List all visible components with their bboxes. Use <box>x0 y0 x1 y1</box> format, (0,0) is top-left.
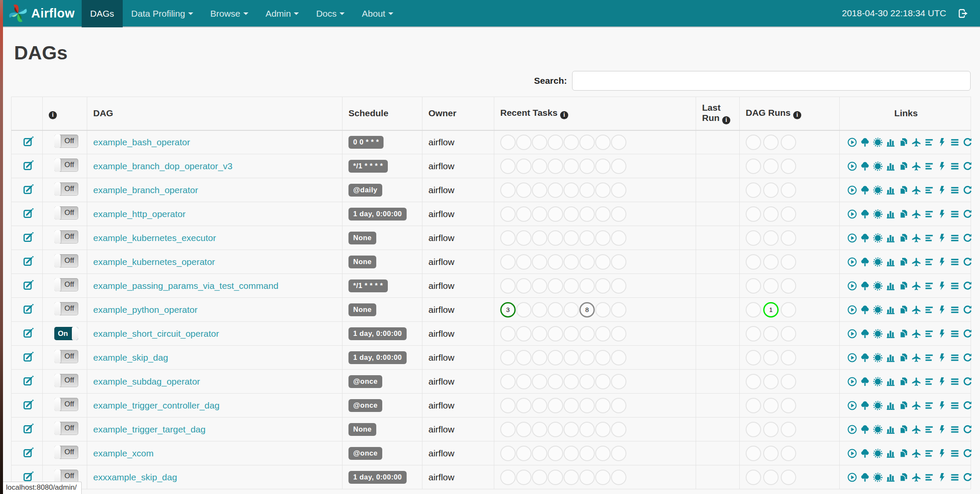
logs-link[interactable] <box>950 353 960 363</box>
graph-view-link[interactable] <box>873 400 883 411</box>
refresh-link[interactable] <box>962 233 973 243</box>
trigger-dag-link[interactable] <box>847 472 857 482</box>
landing-times-link[interactable] <box>911 305 921 315</box>
task-duration-link[interactable] <box>886 185 896 195</box>
landing-times-link[interactable] <box>911 376 921 387</box>
dag-pause-toggle[interactable]: On <box>54 327 78 340</box>
trigger-dag-link[interactable] <box>847 281 857 291</box>
logs-link[interactable] <box>950 257 960 267</box>
task-tries-link[interactable] <box>898 448 909 459</box>
logs-link[interactable] <box>950 185 960 195</box>
task-tries-link[interactable] <box>898 281 909 291</box>
task-duration-link[interactable] <box>886 305 896 315</box>
task-duration-link[interactable] <box>886 472 896 482</box>
refresh-link[interactable] <box>962 376 973 387</box>
trigger-dag-link[interactable] <box>847 376 857 387</box>
search-input[interactable] <box>572 71 971 91</box>
dag-name-link[interactable]: example_branch_operator <box>93 185 198 195</box>
dag-edit-link[interactable] <box>23 351 34 362</box>
landing-times-link[interactable] <box>911 353 921 363</box>
logs-link[interactable] <box>950 209 960 219</box>
code-view-link[interactable] <box>937 448 947 459</box>
task-tries-link[interactable] <box>898 400 909 411</box>
graph-view-link[interactable] <box>873 472 883 482</box>
refresh-link[interactable] <box>962 329 973 339</box>
dag-pause-toggle[interactable]: Off <box>54 159 78 172</box>
dag-edit-link[interactable] <box>23 447 34 458</box>
dag-name-link[interactable]: example_trigger_controller_dag <box>93 400 219 410</box>
dag-name-link[interactable]: example_subdag_operator <box>93 376 200 386</box>
trigger-dag-link[interactable] <box>847 137 857 147</box>
task-tries-link[interactable] <box>898 209 909 219</box>
tree-view-link[interactable] <box>860 376 870 387</box>
trigger-dag-link[interactable] <box>847 448 857 459</box>
nav-link-docs[interactable]: Docs <box>307 0 353 27</box>
logs-link[interactable] <box>950 161 960 171</box>
dag-name-link[interactable]: example_passing_params_via_test_command <box>93 281 278 291</box>
tree-view-link[interactable] <box>860 353 870 363</box>
refresh-link[interactable] <box>962 353 973 363</box>
task-state-circle-queued[interactable]: 8 <box>579 302 595 318</box>
gantt-view-link[interactable] <box>924 281 934 291</box>
code-view-link[interactable] <box>937 329 947 339</box>
nav-link-dags[interactable]: DAGs <box>82 0 123 27</box>
trigger-dag-link[interactable] <box>847 209 857 219</box>
nav-link-browse[interactable]: Browse <box>202 0 257 27</box>
refresh-link[interactable] <box>962 424 973 435</box>
landing-times-link[interactable] <box>911 137 921 147</box>
graph-view-link[interactable] <box>873 281 883 291</box>
code-view-link[interactable] <box>937 400 947 411</box>
trigger-dag-link[interactable] <box>847 233 857 243</box>
dag-pause-toggle[interactable]: Off <box>54 182 78 196</box>
graph-view-link[interactable] <box>873 209 883 219</box>
task-duration-link[interactable] <box>886 329 896 339</box>
trigger-dag-link[interactable] <box>847 329 857 339</box>
trigger-dag-link[interactable] <box>847 424 857 435</box>
task-tries-link[interactable] <box>898 472 909 482</box>
refresh-link[interactable] <box>962 472 973 482</box>
landing-times-link[interactable] <box>911 281 921 291</box>
dag-pause-toggle[interactable]: Off <box>54 350 78 363</box>
dag-pause-toggle[interactable]: Off <box>54 254 78 268</box>
gantt-view-link[interactable] <box>924 161 934 171</box>
tree-view-link[interactable] <box>860 161 870 171</box>
code-view-link[interactable] <box>937 137 947 147</box>
landing-times-link[interactable] <box>911 448 921 459</box>
task-tries-link[interactable] <box>898 305 909 315</box>
refresh-link[interactable] <box>962 281 973 291</box>
code-view-link[interactable] <box>937 161 947 171</box>
dag-pause-toggle[interactable]: Off <box>54 422 78 435</box>
graph-view-link[interactable] <box>873 233 883 243</box>
dag-name-link[interactable]: example_bash_operator <box>93 137 190 147</box>
dag-pause-toggle[interactable]: Off <box>54 278 78 291</box>
nav-link-admin[interactable]: Admin <box>257 0 308 27</box>
dag-edit-link[interactable] <box>23 375 34 386</box>
tree-view-link[interactable] <box>860 233 870 243</box>
task-duration-link[interactable] <box>886 281 896 291</box>
task-duration-link[interactable] <box>886 233 896 243</box>
dag-edit-link[interactable] <box>23 255 34 267</box>
dag-name-link[interactable]: example_python_operator <box>93 305 198 315</box>
tree-view-link[interactable] <box>860 257 870 267</box>
dag-edit-link[interactable] <box>23 231 34 243</box>
task-tries-link[interactable] <box>898 137 909 147</box>
dag-edit-link[interactable] <box>23 207 34 219</box>
task-duration-link[interactable] <box>886 257 896 267</box>
gantt-view-link[interactable] <box>924 376 934 387</box>
dag-edit-link[interactable] <box>23 423 34 434</box>
code-view-link[interactable] <box>937 305 947 315</box>
task-duration-link[interactable] <box>886 353 896 363</box>
dag-name-link[interactable]: example_skip_dag <box>93 353 168 362</box>
code-view-link[interactable] <box>937 424 947 435</box>
task-state-circle-running[interactable]: 1 <box>763 302 779 318</box>
logs-link[interactable] <box>950 137 960 147</box>
landing-times-link[interactable] <box>911 424 921 435</box>
dag-name-link[interactable]: example_http_operator <box>93 209 186 219</box>
dag-pause-toggle[interactable]: Off <box>54 398 78 411</box>
tree-view-link[interactable] <box>860 209 870 219</box>
dag-name-link[interactable]: exxxample_skip_dag <box>93 472 177 482</box>
refresh-link[interactable] <box>962 161 973 171</box>
gantt-view-link[interactable] <box>924 305 934 315</box>
landing-times-link[interactable] <box>911 185 921 195</box>
dag-edit-link[interactable] <box>23 470 34 482</box>
